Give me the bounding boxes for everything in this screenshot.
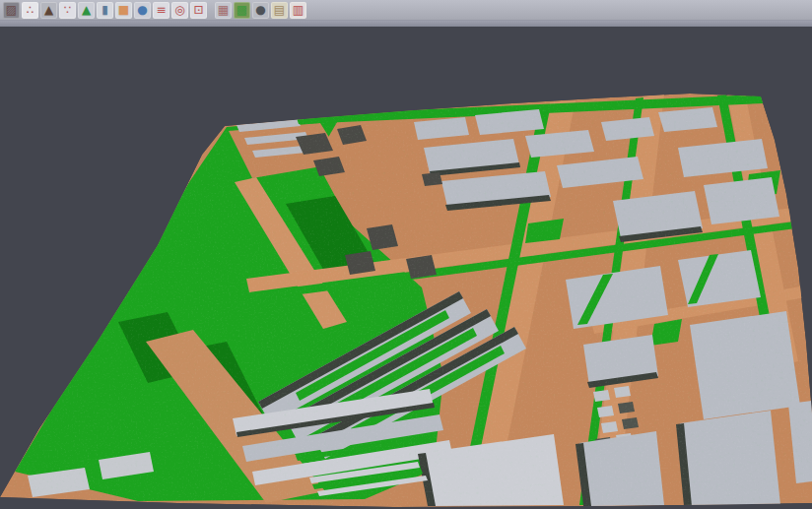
- point-picking-icon[interactable]: ∵: [59, 2, 76, 19]
- checker-grid-icon[interactable]: ▦: [215, 2, 232, 19]
- point-cloud-render[interactable]: [0, 27, 812, 509]
- globe-icon[interactable]: ●: [134, 2, 151, 19]
- application-window: ▨∴▲∵▲▮■●≡◎⊡▦▩●▤▥: [0, 0, 812, 509]
- orange-tile-icon[interactable]: ■: [115, 2, 132, 19]
- classify-points-icon[interactable]: ∴: [22, 2, 38, 19]
- classification-map-icon[interactable]: ▩: [234, 2, 250, 19]
- main-toolbar: ▨∴▲∵▲▮■●≡◎⊡▦▩●▤▥: [0, 0, 812, 21]
- target-icon[interactable]: ◎: [171, 2, 188, 19]
- red-list-icon[interactable]: ≡: [153, 2, 169, 19]
- striped-flag-icon[interactable]: ▥: [290, 2, 306, 19]
- dark-sphere-icon[interactable]: ●: [252, 2, 269, 19]
- toolbar-separator: [208, 2, 214, 19]
- selection-box-icon[interactable]: ⊡: [190, 2, 207, 19]
- histogram-column-icon[interactable]: ▮: [97, 2, 113, 19]
- green-hill-icon[interactable]: ▲: [78, 2, 95, 19]
- viewport-3d[interactable]: [0, 27, 812, 509]
- terrain-model-icon[interactable]: ▲: [40, 2, 57, 19]
- map-sheet-icon[interactable]: ▤: [271, 2, 288, 19]
- cross-section-icon[interactable]: ▨: [3, 2, 20, 19]
